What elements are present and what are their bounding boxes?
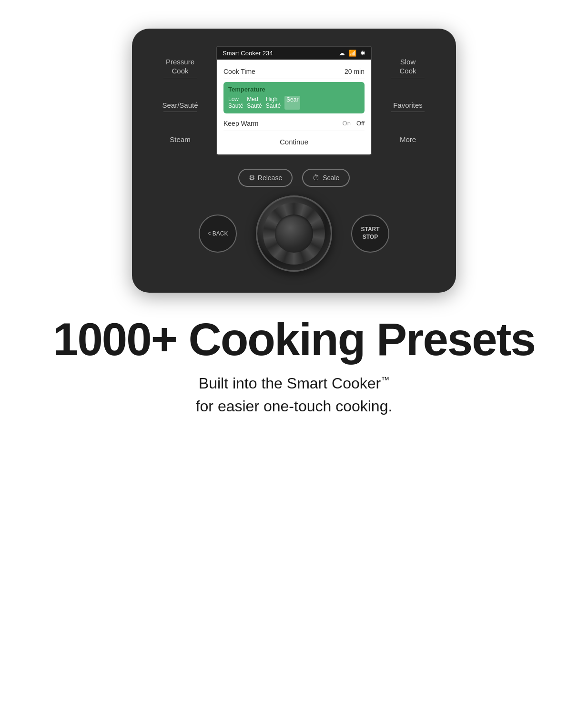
scale-button[interactable]: ⏱ Scale	[302, 169, 350, 187]
pressure-cook-label: PressureCook	[166, 57, 194, 76]
subline-2: for easier one-touch cooking.	[196, 398, 393, 415]
start-stop-button[interactable]: STARTSTOP	[351, 214, 389, 253]
temp-option-low-saute[interactable]: LowSauté	[228, 96, 243, 110]
divider	[391, 78, 425, 78]
temperature-options: LowSauté MedSauté HighSauté Sear	[228, 96, 360, 110]
cloud-icon: ☁	[339, 50, 345, 57]
cook-time-row: Cook Time 20 min	[223, 64, 365, 79]
favorites-button[interactable]: Favorites	[377, 97, 439, 116]
sear-saute-button[interactable]: Sear/Sauté	[149, 97, 211, 116]
back-label: < BACK	[207, 230, 228, 237]
scale-icon: ⏱	[313, 174, 320, 182]
cook-time-label: Cook Time	[223, 68, 255, 75]
release-icon: ⚙	[249, 174, 255, 182]
temp-option-sear[interactable]: Sear	[284, 96, 300, 110]
main-dial[interactable]	[256, 195, 332, 272]
divider	[391, 112, 425, 112]
device: PressureCook Sear/Sauté Steam Smart Cook…	[132, 29, 456, 293]
more-label: More	[400, 135, 416, 144]
screen-body: Cook Time 20 min Temperature LowSauté Me…	[217, 60, 371, 154]
keep-warm-label: Keep Warm	[223, 120, 258, 127]
temp-option-med-saute[interactable]: MedSauté	[247, 96, 262, 110]
button-panel: PressureCook Sear/Sauté Steam Smart Cook…	[149, 46, 439, 155]
steam-button[interactable]: Steam	[149, 131, 211, 148]
left-buttons: PressureCook Sear/Sauté Steam	[149, 46, 216, 155]
wifi-icon: 📶	[349, 50, 356, 57]
steam-label: Steam	[170, 135, 190, 144]
bottom-controls: ⚙ Release ⏱ Scale < BACK STARTSTOP	[149, 169, 439, 272]
screen-title: Smart Cooker 234	[223, 50, 273, 57]
slow-cook-label: SlowCook	[399, 57, 416, 76]
keep-warm-off[interactable]: Off	[356, 120, 365, 127]
main-headline: 1000+ Cooking Presets	[53, 317, 535, 362]
continue-button[interactable]: Continue	[223, 131, 365, 150]
right-buttons: SlowCook Favorites More	[372, 46, 439, 155]
bluetooth-icon: ✱	[360, 50, 365, 57]
divider	[163, 78, 197, 78]
marketing-section: 1000+ Cooking Presets Built into the Sma…	[34, 317, 554, 418]
dial-row: < BACK STARTSTOP	[149, 195, 439, 272]
back-button[interactable]: < BACK	[199, 214, 237, 253]
cook-time-value: 20 min	[345, 68, 365, 75]
temperature-section[interactable]: Temperature LowSauté MedSauté HighSauté …	[223, 82, 365, 113]
sub-headline: Built into the Smart Cooker™ for easier …	[53, 372, 535, 418]
more-button[interactable]: More	[377, 131, 439, 148]
favorites-label: Favorites	[393, 101, 423, 110]
sear-saute-label: Sear/Sauté	[162, 101, 198, 110]
pill-buttons: ⚙ Release ⏱ Scale	[238, 169, 350, 187]
keep-warm-on[interactable]: On	[343, 120, 351, 127]
keep-warm-row: Keep Warm On Off	[223, 116, 365, 131]
screen: Smart Cooker 234 ☁ 📶 ✱ Cook Time 20 min	[217, 47, 371, 154]
temp-option-high-saute[interactable]: HighSauté	[266, 96, 281, 110]
subline-1: Built into the Smart Cooker™	[199, 375, 389, 392]
divider	[163, 112, 197, 112]
temperature-label: Temperature	[228, 86, 360, 93]
screen-container: Smart Cooker 234 ☁ 📶 ✱ Cook Time 20 min	[216, 46, 372, 155]
pressure-cook-button[interactable]: PressureCook	[149, 53, 211, 82]
screen-header: Smart Cooker 234 ☁ 📶 ✱	[217, 47, 371, 60]
keep-warm-options: On Off	[343, 120, 365, 127]
release-label: Release	[258, 174, 282, 182]
slow-cook-button[interactable]: SlowCook	[377, 53, 439, 82]
screen-header-icons: ☁ 📶 ✱	[339, 50, 365, 57]
start-stop-label: STARTSTOP	[361, 226, 379, 241]
scale-label: Scale	[323, 174, 339, 182]
release-button[interactable]: ⚙ Release	[238, 169, 293, 187]
